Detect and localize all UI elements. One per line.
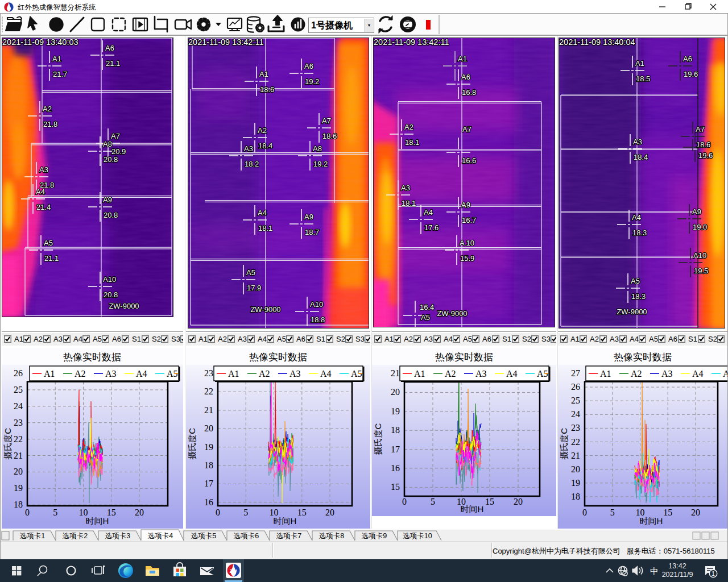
svg-text:摄氏度C: 摄氏度C <box>559 428 569 460</box>
svg-text:23: 23 <box>14 418 23 427</box>
svg-text:A 10: A 10 <box>460 239 474 247</box>
svg-text:25: 25 <box>571 396 580 405</box>
svg-text:20.9: 20.9 <box>111 147 126 156</box>
svg-text:A7: A7 <box>322 117 331 125</box>
svg-text:2021-11-09 13:40:03: 2021-11-09 13:40:03 <box>2 38 78 47</box>
svg-text:A4: A4 <box>36 188 45 196</box>
svg-text:18.2: 18.2 <box>245 160 259 168</box>
svg-text:20.8: 20.8 <box>104 211 118 219</box>
svg-text:18: 18 <box>14 500 23 509</box>
svg-text:A5: A5 <box>421 313 430 322</box>
svg-text:22: 22 <box>14 434 23 444</box>
svg-text:ZW-9000: ZW-9000 <box>617 307 647 316</box>
svg-text:A3: A3 <box>401 184 410 192</box>
svg-text:21.4: 21.4 <box>36 203 51 211</box>
svg-text:17.9: 17.9 <box>247 284 261 292</box>
svg-text:15.9: 15.9 <box>460 254 474 263</box>
svg-text:24: 24 <box>571 409 580 419</box>
svg-text:0: 0 <box>216 508 220 517</box>
svg-text:17: 17 <box>391 444 400 454</box>
svg-text:19.5: 19.5 <box>694 267 708 275</box>
svg-text:选项卡2: 选项卡2 <box>63 532 88 540</box>
svg-text:选项卡7: 选项卡7 <box>276 532 302 540</box>
svg-text:A2: A2 <box>75 369 86 379</box>
svg-text:A6: A6 <box>105 44 114 52</box>
svg-text:15: 15 <box>663 508 672 517</box>
svg-text:18.6: 18.6 <box>322 132 337 140</box>
svg-text:19: 19 <box>391 406 400 416</box>
svg-text:A4: A4 <box>320 369 332 379</box>
svg-text:摄氏度C: 摄氏度C <box>373 423 383 455</box>
svg-text:19.6: 19.6 <box>698 151 713 160</box>
svg-text:19: 19 <box>14 483 23 493</box>
svg-text:A4: A4 <box>258 209 267 217</box>
svg-text:20.8: 20.8 <box>104 155 118 164</box>
svg-text:A7: A7 <box>462 125 471 134</box>
svg-text:A1: A1 <box>228 369 239 379</box>
svg-text:A4: A4 <box>424 208 433 217</box>
svg-text:0: 0 <box>582 508 587 517</box>
svg-text:21: 21 <box>204 405 213 415</box>
svg-text:20: 20 <box>571 464 580 474</box>
svg-text:A2: A2 <box>259 369 270 379</box>
svg-text:20: 20 <box>691 508 700 517</box>
svg-text:选项卡3: 选项卡3 <box>105 532 131 540</box>
svg-text:ZW-9000: ZW-9000 <box>250 305 280 314</box>
svg-text:中: 中 <box>650 566 659 576</box>
svg-text:A3: A3 <box>39 165 48 174</box>
svg-text:19.6: 19.6 <box>684 70 698 78</box>
svg-text:A2: A2 <box>43 105 52 113</box>
svg-text:19.2: 19.2 <box>313 160 328 168</box>
svg-text:A9: A9 <box>692 207 701 216</box>
svg-text:A7: A7 <box>696 125 705 134</box>
svg-text:19: 19 <box>571 478 580 488</box>
svg-text:A1: A1 <box>44 369 55 379</box>
svg-text:18: 18 <box>391 425 400 435</box>
svg-text:16.4: 16.4 <box>420 303 434 311</box>
svg-text:摄氏度C: 摄氏度C <box>187 428 197 460</box>
svg-text:A10: A10 <box>310 300 323 309</box>
svg-text:19.0: 19.0 <box>693 223 707 231</box>
svg-text:A4: A4 <box>632 213 641 222</box>
svg-text:2021-11-09 13:42:11: 2021-11-09 13:42:11 <box>188 38 264 47</box>
svg-text:18.6: 18.6 <box>260 85 274 94</box>
svg-text:24: 24 <box>14 401 23 411</box>
svg-text:5: 5 <box>243 508 248 517</box>
svg-text:A1: A1 <box>600 369 611 379</box>
svg-text:选项卡10: 选项卡10 <box>403 532 432 540</box>
svg-text:A5: A5 <box>246 268 255 277</box>
svg-text:A10: A10 <box>693 251 706 260</box>
svg-text:22: 22 <box>571 437 580 447</box>
svg-text:A9: A9 <box>304 213 313 221</box>
svg-text:A1: A1 <box>259 70 268 78</box>
svg-text:17.6: 17.6 <box>424 223 439 232</box>
svg-text:A8: A8 <box>103 140 112 148</box>
svg-text:A5: A5 <box>44 239 53 247</box>
svg-text:23: 23 <box>204 368 213 378</box>
svg-text:21: 21 <box>14 451 23 460</box>
svg-text:A6: A6 <box>461 73 470 81</box>
svg-text:5: 5 <box>431 497 435 506</box>
svg-text:A3: A3 <box>244 144 253 153</box>
svg-text:选项卡4: 选项卡4 <box>148 532 173 540</box>
svg-text:18.4: 18.4 <box>634 153 648 161</box>
svg-text:A7: A7 <box>111 132 120 140</box>
svg-text:A8: A8 <box>313 144 322 153</box>
svg-text:2021/11/9: 2021/11/9 <box>662 571 693 579</box>
svg-text:A2: A2 <box>631 369 642 379</box>
svg-text:27: 27 <box>571 368 580 378</box>
svg-text:21.1: 21.1 <box>44 254 59 263</box>
svg-text:20: 20 <box>514 497 523 506</box>
svg-text:2021-11-09 13:42:11: 2021-11-09 13:42:11 <box>374 38 449 47</box>
svg-text:热像实时数据: 热像实时数据 <box>63 352 121 363</box>
svg-text:A3: A3 <box>633 138 642 146</box>
svg-text:18.4: 18.4 <box>258 142 272 150</box>
svg-text:A3: A3 <box>475 369 487 379</box>
svg-text:A9: A9 <box>461 201 470 209</box>
svg-text:ZW-9000: ZW-9000 <box>109 302 139 310</box>
svg-text:时间H: 时间H <box>461 504 484 514</box>
svg-text:15: 15 <box>297 508 307 517</box>
svg-text:21: 21 <box>571 451 580 460</box>
svg-text:A4: A4 <box>136 369 147 379</box>
svg-text:0: 0 <box>25 508 30 517</box>
